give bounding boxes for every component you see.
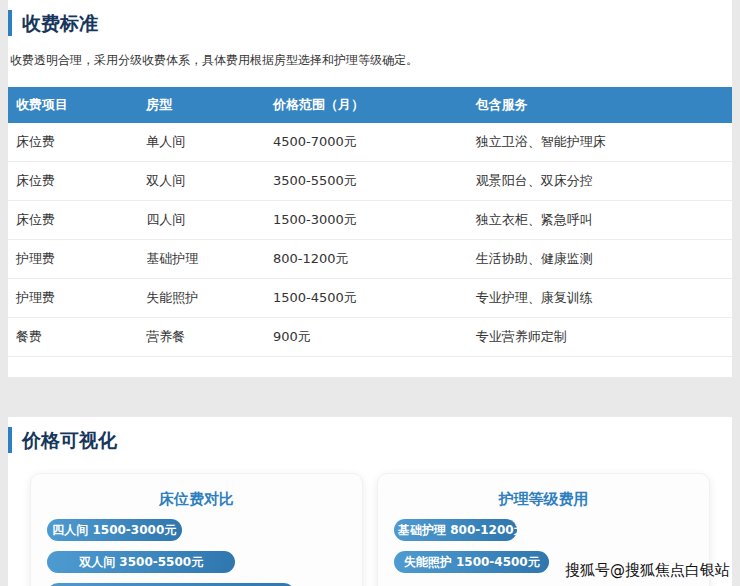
cell-price-range: 1500-4500元 — [265, 279, 468, 318]
column-header-room-type: 房型 — [138, 87, 265, 123]
cell-price-range: 3500-5500元 — [265, 162, 468, 201]
cell-price-range: 4500-7000元 — [265, 123, 468, 162]
table-row: 护理费 基础护理 800-1200元 生活协助、健康监测 — [8, 240, 732, 279]
article-page: 收费标准 收费透明合理，采用分级收费体系，具体费用根据房型选择和护理等级确定。 … — [0, 0, 740, 586]
table-row: 餐费 营养餐 900元 专业营养师定制 — [8, 318, 732, 357]
cell-item: 床位费 — [8, 162, 138, 201]
price-bar: 双人间 3500-5500元 — [47, 551, 235, 573]
cell-room-type: 双人间 — [138, 162, 265, 201]
cell-item: 床位费 — [8, 123, 138, 162]
cell-services: 生活协助、健康监测 — [468, 240, 732, 279]
column-header-item: 收费项目 — [8, 87, 138, 123]
cell-services: 专业护理、康复训练 — [468, 279, 732, 318]
card-title: 床位费对比 — [47, 490, 346, 509]
cell-item: 餐费 — [8, 318, 138, 357]
fees-section: 收费标准 收费透明合理，采用分级收费体系，具体费用根据房型选择和护理等级确定。 … — [8, 0, 732, 377]
fees-section-title: 收费标准 — [8, 10, 732, 36]
cell-room-type: 基础护理 — [138, 240, 265, 279]
table-row: 床位费 双人间 3500-5500元 观景阳台、双床分控 — [8, 162, 732, 201]
cell-room-type: 营养餐 — [138, 318, 265, 357]
cell-room-type: 四人间 — [138, 201, 265, 240]
cell-room-type: 失能照护 — [138, 279, 265, 318]
fee-table-header-row: 收费项目 房型 价格范围（月） 包含服务 — [8, 87, 732, 123]
cell-room-type: 单人间 — [138, 123, 265, 162]
table-row: 床位费 单人间 4500-7000元 独立卫浴、智能护理床 — [8, 123, 732, 162]
table-row: 床位费 四人间 1500-3000元 独立衣柜、紧急呼叫 — [8, 201, 732, 240]
price-bar: 四人间 1500-3000元 — [47, 519, 182, 541]
cell-services: 专业营养师定制 — [468, 318, 732, 357]
column-header-price-range: 价格范围（月） — [265, 87, 468, 123]
price-bar: 失能照护 1500-4500元 — [394, 551, 549, 573]
cell-services: 独立卫浴、智能护理床 — [468, 123, 732, 162]
watermark: 搜狐号@搜狐焦点白银站 — [565, 561, 730, 580]
cell-price-range: 900元 — [265, 318, 468, 357]
cell-services: 观景阳台、双床分控 — [468, 162, 732, 201]
cell-services: 独立衣柜、紧急呼叫 — [468, 201, 732, 240]
cell-price-range: 800-1200元 — [265, 240, 468, 279]
column-header-services: 包含服务 — [468, 87, 732, 123]
price-bar: 基础护理 800-1200元 — [394, 519, 517, 541]
price-visual-title: 价格可视化 — [8, 427, 732, 453]
fees-description: 收费透明合理，采用分级收费体系，具体费用根据房型选择和护理等级确定。 — [8, 52, 732, 69]
bed-fee-comparison-card: 床位费对比 四人间 1500-3000元 双人间 3500-5500元 单人间 … — [30, 473, 363, 586]
card-title: 护理等级费用 — [394, 490, 693, 509]
table-row: 护理费 失能照护 1500-4500元 专业护理、康复训练 — [8, 279, 732, 318]
cell-item: 护理费 — [8, 279, 138, 318]
cell-item: 床位费 — [8, 201, 138, 240]
cell-item: 护理费 — [8, 240, 138, 279]
fee-table: 收费项目 房型 价格范围（月） 包含服务 床位费 单人间 4500-7000元 … — [8, 87, 732, 357]
cell-price-range: 1500-3000元 — [265, 201, 468, 240]
